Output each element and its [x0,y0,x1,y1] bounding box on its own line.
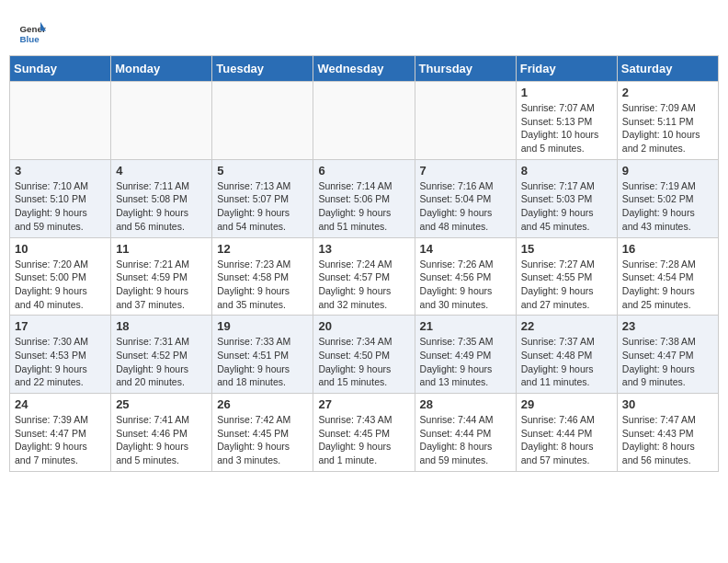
calendar-day-21: 21Sunrise: 7:35 AM Sunset: 4:49 PM Dayli… [415,316,516,394]
day-number: 3 [15,164,106,178]
day-number: 14 [420,242,511,256]
calendar-day-6: 6Sunrise: 7:14 AM Sunset: 5:06 PM Daylig… [313,159,415,237]
calendar-header-row: SundayMondayTuesdayWednesdayThursdayFrid… [10,56,719,82]
day-info: Sunrise: 7:24 AM Sunset: 4:57 PM Dayligh… [318,258,409,312]
calendar-day-5: 5Sunrise: 7:13 AM Sunset: 5:07 PM Daylig… [212,159,313,237]
weekday-header-tuesday: Tuesday [212,56,313,82]
calendar-day-19: 19Sunrise: 7:33 AM Sunset: 4:51 PM Dayli… [212,316,313,394]
weekday-header-thursday: Thursday [415,56,516,82]
day-number: 30 [622,397,713,411]
day-info: Sunrise: 7:07 AM Sunset: 5:13 PM Dayligh… [521,101,612,155]
day-number: 21 [420,319,511,333]
day-number: 29 [521,397,612,411]
calendar-empty [111,82,212,160]
day-info: Sunrise: 7:41 AM Sunset: 4:46 PM Dayligh… [116,413,207,467]
calendar-empty [212,82,313,160]
weekday-header-sunday: Sunday [10,56,111,82]
logo-icon: General Blue [18,18,46,46]
calendar-day-23: 23Sunrise: 7:38 AM Sunset: 4:47 PM Dayli… [617,316,718,394]
weekday-header-wednesday: Wednesday [313,56,415,82]
day-info: Sunrise: 7:43 AM Sunset: 4:45 PM Dayligh… [318,413,409,467]
day-info: Sunrise: 7:47 AM Sunset: 4:43 PM Dayligh… [622,413,713,467]
day-number: 23 [622,319,713,333]
day-number: 15 [521,242,612,256]
day-info: Sunrise: 7:28 AM Sunset: 4:54 PM Dayligh… [622,258,713,312]
day-info: Sunrise: 7:20 AM Sunset: 5:00 PM Dayligh… [15,258,106,312]
calendar-empty [313,82,415,160]
calendar-day-3: 3Sunrise: 7:10 AM Sunset: 5:10 PM Daylig… [10,159,111,237]
calendar-day-7: 7Sunrise: 7:16 AM Sunset: 5:04 PM Daylig… [415,159,516,237]
day-number: 24 [15,397,106,411]
calendar-day-4: 4Sunrise: 7:11 AM Sunset: 5:08 PM Daylig… [111,159,212,237]
calendar-day-14: 14Sunrise: 7:26 AM Sunset: 4:56 PM Dayli… [415,237,516,316]
day-info: Sunrise: 7:42 AM Sunset: 4:45 PM Dayligh… [217,413,308,467]
day-info: Sunrise: 7:26 AM Sunset: 4:56 PM Dayligh… [420,258,511,312]
day-info: Sunrise: 7:16 AM Sunset: 5:04 PM Dayligh… [420,179,511,234]
calendar-day-12: 12Sunrise: 7:23 AM Sunset: 4:58 PM Dayli… [212,237,313,316]
day-number: 7 [420,164,511,178]
calendar-day-10: 10Sunrise: 7:20 AM Sunset: 5:00 PM Dayli… [10,237,111,316]
calendar-day-30: 30Sunrise: 7:47 AM Sunset: 4:43 PM Dayli… [617,394,718,472]
calendar-day-15: 15Sunrise: 7:27 AM Sunset: 4:55 PM Dayli… [516,237,617,316]
calendar-day-20: 20Sunrise: 7:34 AM Sunset: 4:50 PM Dayli… [313,316,415,394]
calendar-day-28: 28Sunrise: 7:44 AM Sunset: 4:44 PM Dayli… [415,394,516,472]
day-info: Sunrise: 7:33 AM Sunset: 4:51 PM Dayligh… [217,335,308,389]
logo: General Blue [18,18,46,46]
calendar-week-5: 24Sunrise: 7:39 AM Sunset: 4:47 PM Dayli… [10,394,719,472]
calendar-day-9: 9Sunrise: 7:19 AM Sunset: 5:02 PM Daylig… [617,159,718,237]
calendar-day-18: 18Sunrise: 7:31 AM Sunset: 4:52 PM Dayli… [111,316,212,394]
day-number: 26 [217,397,308,411]
weekday-header-monday: Monday [111,56,212,82]
day-info: Sunrise: 7:39 AM Sunset: 4:47 PM Dayligh… [15,413,106,467]
day-info: Sunrise: 7:10 AM Sunset: 5:10 PM Dayligh… [15,179,106,234]
calendar-day-8: 8Sunrise: 7:17 AM Sunset: 5:03 PM Daylig… [516,159,617,237]
day-number: 25 [116,397,207,411]
weekday-header-friday: Friday [516,56,617,82]
day-number: 27 [318,397,409,411]
day-number: 20 [318,319,409,333]
day-info: Sunrise: 7:35 AM Sunset: 4:49 PM Dayligh… [420,335,511,389]
calendar-day-1: 1Sunrise: 7:07 AM Sunset: 5:13 PM Daylig… [516,82,617,160]
calendar-empty [415,82,516,160]
calendar-day-17: 17Sunrise: 7:30 AM Sunset: 4:53 PM Dayli… [10,316,111,394]
day-number: 5 [217,164,308,178]
day-number: 12 [217,242,308,256]
calendar-week-2: 3Sunrise: 7:10 AM Sunset: 5:10 PM Daylig… [10,159,719,237]
day-number: 9 [622,164,713,178]
day-info: Sunrise: 7:21 AM Sunset: 4:59 PM Dayligh… [116,258,207,312]
day-info: Sunrise: 7:38 AM Sunset: 4:47 PM Dayligh… [622,335,713,389]
calendar-empty [10,82,111,160]
calendar-day-22: 22Sunrise: 7:37 AM Sunset: 4:48 PM Dayli… [516,316,617,394]
day-number: 6 [318,164,409,178]
day-info: Sunrise: 7:31 AM Sunset: 4:52 PM Dayligh… [116,335,207,389]
day-number: 19 [217,319,308,333]
day-info: Sunrise: 7:46 AM Sunset: 4:44 PM Dayligh… [521,413,612,467]
day-info: Sunrise: 7:17 AM Sunset: 5:03 PM Dayligh… [521,179,612,234]
day-info: Sunrise: 7:27 AM Sunset: 4:55 PM Dayligh… [521,258,612,312]
day-number: 28 [420,397,511,411]
calendar-week-4: 17Sunrise: 7:30 AM Sunset: 4:53 PM Dayli… [10,316,719,394]
day-number: 18 [116,319,207,333]
day-number: 8 [521,164,612,178]
svg-text:Blue: Blue [20,34,40,44]
day-info: Sunrise: 7:37 AM Sunset: 4:48 PM Dayligh… [521,335,612,389]
day-number: 2 [622,86,713,99]
calendar-day-24: 24Sunrise: 7:39 AM Sunset: 4:47 PM Dayli… [10,394,111,472]
calendar-week-1: 1Sunrise: 7:07 AM Sunset: 5:13 PM Daylig… [10,82,719,160]
calendar-day-29: 29Sunrise: 7:46 AM Sunset: 4:44 PM Dayli… [516,394,617,472]
day-info: Sunrise: 7:19 AM Sunset: 5:02 PM Dayligh… [622,179,713,234]
calendar-day-13: 13Sunrise: 7:24 AM Sunset: 4:57 PM Dayli… [313,237,415,316]
day-info: Sunrise: 7:34 AM Sunset: 4:50 PM Dayligh… [318,335,409,389]
day-info: Sunrise: 7:30 AM Sunset: 4:53 PM Dayligh… [15,335,106,389]
day-number: 17 [15,319,106,333]
calendar-day-26: 26Sunrise: 7:42 AM Sunset: 4:45 PM Dayli… [212,394,313,472]
day-info: Sunrise: 7:14 AM Sunset: 5:06 PM Dayligh… [318,179,409,234]
calendar-day-11: 11Sunrise: 7:21 AM Sunset: 4:59 PM Dayli… [111,237,212,316]
day-number: 1 [521,86,612,99]
calendar-day-2: 2Sunrise: 7:09 AM Sunset: 5:11 PM Daylig… [617,82,718,160]
calendar-day-27: 27Sunrise: 7:43 AM Sunset: 4:45 PM Dayli… [313,394,415,472]
header: General Blue [9,9,719,51]
day-number: 11 [116,242,207,256]
day-info: Sunrise: 7:23 AM Sunset: 4:58 PM Dayligh… [217,258,308,312]
calendar-table: SundayMondayTuesdayWednesdayThursdayFrid… [9,55,719,472]
